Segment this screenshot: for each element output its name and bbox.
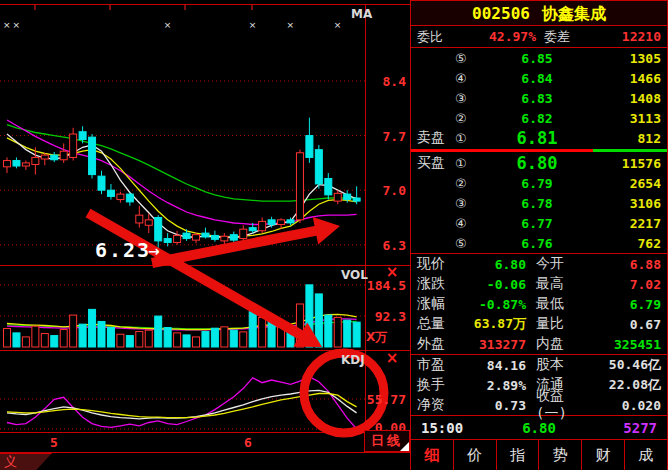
stat-value: 7.02 [594, 277, 661, 292]
level-number: ③ [455, 196, 479, 211]
price-axis-label: 6.3 [364, 238, 406, 253]
tab-成[interactable]: 成 [624, 440, 667, 470]
stat-value: 6.80 [459, 257, 526, 272]
stat-value: 2.89% [459, 378, 526, 393]
weibi-label: 委比 [417, 28, 453, 46]
price-axis-label: 7.0 [364, 183, 406, 198]
kdj-pane-close-icon[interactable]: × [384, 352, 400, 365]
ask-price: 6.84 [479, 71, 595, 86]
stat-row: 市盈84.16股本50.46亿 [411, 355, 667, 375]
ask-row-⑤[interactable]: ⑤6.851305 [411, 48, 667, 68]
bid-levels: 买盘①6.8011576②6.792654③6.783106④6.772217⑤… [411, 153, 667, 253]
stat-row: 总量63.87万量比0.67 [411, 314, 667, 334]
stat-value: -0.87% [459, 297, 526, 312]
level-number: ① [455, 156, 479, 171]
bid-price: 6.79 [479, 176, 595, 191]
stat-row: 涨跌-0.06最高7.02 [411, 274, 667, 294]
chart-column: ×××××× MA VOL KDJ X万 × × 8.47.77.06.3184… [0, 0, 410, 470]
stat-value: 6.79 [594, 297, 661, 312]
bid-price: 6.77 [479, 216, 595, 231]
sell-ratio-segment [411, 149, 593, 152]
level-number: ⑤ [455, 51, 479, 66]
weibi-row: 委比 42.97% 委差 12210 [411, 26, 667, 48]
stat-label: 市盈 [417, 356, 459, 374]
weicha-value: 12210 [578, 29, 661, 44]
weibi-value: 42.97% [453, 29, 536, 44]
stat-label: 现价 [417, 255, 459, 273]
bid-quantity: 762 [595, 236, 661, 251]
stat-label: 最高 [536, 275, 594, 293]
chart-canvas[interactable]: ×××××× [0, 0, 410, 453]
month-label-6: 6 [244, 435, 252, 450]
low-price-annotation: 6.23 [95, 238, 151, 262]
level-number: ① [455, 131, 479, 146]
svg-text:×: × [12, 20, 20, 30]
bottom-tabs: 细价指势财成 [411, 439, 667, 470]
bid-quantity: 3106 [595, 196, 661, 211]
stat-value: 63.87万 [459, 315, 526, 333]
ask-price: 6.85 [479, 51, 595, 66]
ask-row-①[interactable]: 卖盘①6.81812 [411, 128, 667, 148]
bid-row-④[interactable]: ④6.772217 [411, 213, 667, 233]
stat-row: 外盘313277内盘325451 [411, 334, 667, 354]
period-label: 日线 [371, 433, 403, 448]
volume-unit-label: X万 [366, 329, 387, 346]
tab-指[interactable]: 指 [496, 440, 539, 470]
stats-block: 现价6.80今开6.88涨跌-0.06最高7.02涨幅-0.87%最低6.79总… [411, 253, 667, 354]
svg-text:×: × [164, 20, 172, 30]
bid-row-⑤[interactable]: ⑤6.76762 [411, 233, 667, 253]
tab-细[interactable]: 细 [411, 440, 453, 470]
level-number: ② [455, 111, 479, 126]
bid-row-①[interactable]: 买盘①6.8011576 [411, 153, 667, 173]
tab-价[interactable]: 价 [453, 440, 496, 470]
period-selector[interactable]: 日线 [364, 430, 410, 452]
tab-势[interactable]: 势 [538, 440, 581, 470]
financials-block: 市盈84.16股本50.46亿换手2.89%流通22.08亿净资0.73收益(一… [411, 354, 667, 415]
ask-row-③[interactable]: ③6.831408 [411, 88, 667, 108]
stat-value: 313277 [459, 337, 526, 352]
stat-label: 最低 [536, 295, 594, 313]
period-dropdown-triangle-icon [400, 442, 409, 451]
bid-price: 6.76 [479, 236, 595, 251]
stat-row: 涨幅-0.87%最低6.79 [411, 294, 667, 314]
stock-title: 002506协鑫集成 [411, 0, 667, 26]
volume-axis-label: 92.3 [364, 309, 406, 324]
ask-side-label: 卖盘 [417, 129, 455, 147]
bid-row-③[interactable]: ③6.783106 [411, 193, 667, 213]
ask-row-④[interactable]: ④6.841466 [411, 68, 667, 88]
bid-quantity: 11576 [595, 156, 661, 171]
ask-quantity: 3113 [595, 111, 661, 126]
stat-label: 总量 [417, 315, 459, 333]
stat-label: 外盘 [417, 335, 459, 353]
bid-quantity: 2654 [595, 176, 661, 191]
stat-label: 股本 [536, 356, 594, 374]
stat-value: 50.46亿 [594, 356, 661, 374]
svg-text:×: × [3, 20, 11, 30]
weicha-label: 委差 [544, 28, 578, 46]
corner-tab[interactable]: 义 [0, 453, 52, 470]
bid-quantity: 2217 [595, 216, 661, 231]
stat-label: 内盘 [536, 335, 594, 353]
bid-row-②[interactable]: ②6.792654 [411, 173, 667, 193]
tab-财[interactable]: 财 [581, 440, 624, 470]
level-number: ③ [455, 91, 479, 106]
buy-ratio-segment [593, 149, 667, 152]
ask-quantity: 1305 [595, 51, 661, 66]
stat-label: 换手 [417, 376, 459, 394]
ask-price: 6.83 [479, 91, 595, 106]
ask-row-②[interactable]: ②6.823113 [411, 108, 667, 128]
stat-value: 6.88 [594, 257, 661, 272]
ma-indicator-label: MA [351, 7, 372, 21]
ask-price: 6.81 [479, 128, 595, 148]
ask-price: 6.82 [479, 111, 595, 126]
stat-row: 净资0.73收益(一)0.020 [411, 395, 667, 415]
bid-price: 6.80 [479, 153, 595, 173]
ask-quantity: 1408 [595, 91, 661, 106]
low-price-pointer-icon: → [148, 243, 160, 259]
price-axis-label: 8.4 [364, 74, 406, 89]
stat-label: 涨幅 [417, 295, 459, 313]
ask-quantity: 1466 [595, 71, 661, 86]
volume-axis-label: 184.5 [364, 278, 406, 293]
bid-side-label: 买盘 [417, 154, 455, 172]
stat-value: 22.08亿 [594, 376, 661, 394]
